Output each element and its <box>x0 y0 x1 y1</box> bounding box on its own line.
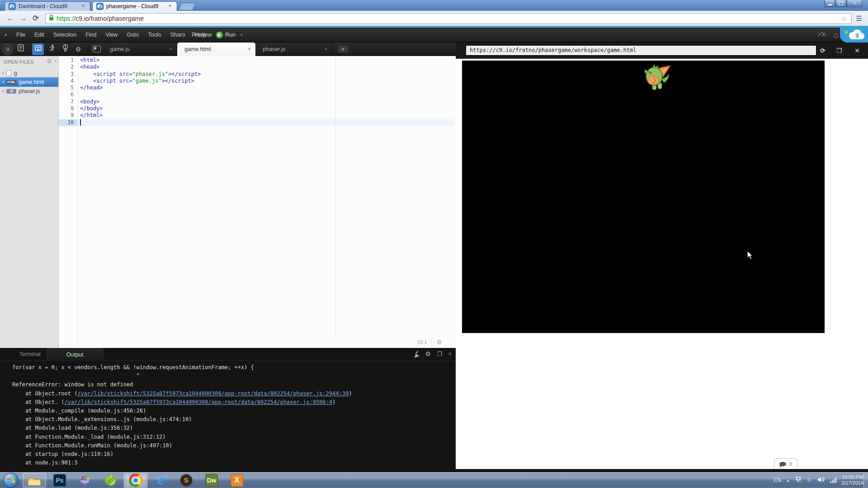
network-icon[interactable] <box>830 478 837 483</box>
navigate-icon[interactable] <box>16 44 26 54</box>
editor-tab-game.html[interactable]: game.html <box>177 42 255 56</box>
back-button[interactable] <box>5 13 16 24</box>
file-close-icon[interactable] <box>0 71 6 75</box>
cursor-position[interactable]: 10:1 <box>417 339 427 345</box>
editor-tab-bar: game.jsgame.htmlphaser.js <box>103 42 332 56</box>
menu-file[interactable]: File <box>12 32 30 38</box>
comments-tab[interactable]: 0 <box>774 458 797 469</box>
menu-share[interactable]: Share <box>166 32 190 38</box>
gauge-icon[interactable] <box>818 31 827 39</box>
taskbar-limewire[interactable] <box>99 473 122 488</box>
console-settings-gear-icon[interactable] <box>425 350 431 357</box>
windows-taskbar: PseSDwX EN 10:00 PM 3/17/2014 <box>0 472 868 488</box>
clock[interactable]: 10:00 PM 3/17/2014 <box>841 474 863 487</box>
new-tab-button[interactable] <box>179 3 196 10</box>
close-button[interactable] <box>847 0 862 7</box>
open-file-g[interactable]: g <box>0 69 58 77</box>
hidden-icons-arrow[interactable] <box>786 479 790 483</box>
preview-url-field[interactable]: https://c9.io/fratno/phasergame/workspac… <box>466 45 816 56</box>
language-indicator[interactable]: EN <box>774 477 781 483</box>
taskbar-start[interactable] <box>1 473 21 488</box>
run-button[interactable]: Run <box>216 28 242 42</box>
taskbar-internet-explorer[interactable]: e <box>149 473 173 488</box>
console-output[interactable]: for(var x = 0; x < vendors.length && !wi… <box>12 363 352 467</box>
restore-panel-icon[interactable] <box>437 351 442 357</box>
editor-settings-gear-icon[interactable] <box>436 338 442 346</box>
open-files-caret-icon[interactable] <box>55 59 57 63</box>
menu-view[interactable]: View <box>101 32 122 38</box>
taskbar-windows-explorer[interactable] <box>23 473 46 488</box>
maximize-button[interactable] <box>835 0 846 7</box>
tray-time: 10:00 PM <box>842 474 863 480</box>
action-center-flag-icon[interactable] <box>807 477 812 484</box>
code-line: <script src="game.js"></script> <box>80 78 201 84</box>
console-tab-output[interactable]: Output <box>47 348 103 361</box>
bookmark-star-icon[interactable] <box>841 15 847 23</box>
code-line <box>80 119 201 126</box>
minimize-button[interactable] <box>825 0 835 7</box>
address-bar[interactable]: https://c9.io/fratno/phasergame <box>45 13 852 24</box>
forward-button[interactable] <box>17 13 29 24</box>
open-files-header: OPEN FILES <box>0 56 58 68</box>
collapse-menubar-icon[interactable] <box>4 32 8 37</box>
file-close-icon[interactable] <box>0 89 6 94</box>
editor-tab-close-icon[interactable] <box>248 46 251 52</box>
taskbar-xampp[interactable]: X <box>225 473 249 488</box>
menu-selection[interactable]: Selection <box>49 32 81 38</box>
open-files-icon[interactable] <box>33 44 43 54</box>
dreamweaver-icon: Dw <box>205 474 218 487</box>
reload-button[interactable] <box>30 13 42 24</box>
taskbar-photoshop[interactable]: Ps <box>48 473 71 488</box>
panel-menu-icon[interactable] <box>93 46 101 52</box>
preview-reload-icon[interactable] <box>820 46 826 55</box>
open-files-gear-icon[interactable] <box>47 58 52 65</box>
console-tab-terminal[interactable]: Terminal <box>14 348 46 361</box>
taskbar-google-chrome[interactable] <box>124 473 147 488</box>
code-lines[interactable]: <html><head> <script src="phaser.js"></s… <box>80 57 201 126</box>
open-file-phaser.js[interactable]: JSphaser.js <box>0 87 58 95</box>
run-man-icon[interactable] <box>47 44 57 54</box>
clear-console-icon[interactable] <box>413 351 420 357</box>
open-file-game.html[interactable]: HTMLgame.html <box>0 77 58 87</box>
editor-tab-close-icon[interactable] <box>169 46 172 52</box>
menu-find[interactable]: Find <box>81 32 101 38</box>
browser-tab[interactable]: 9Dashboard - Cloud9 <box>5 1 90 11</box>
editor-tab-game.js[interactable]: game.js <box>103 42 177 56</box>
show-desktop-button[interactable] <box>863 473 868 488</box>
editor-tab-phaser.js[interactable]: phaser.js <box>255 42 332 56</box>
chrome-menu-button[interactable] <box>854 14 864 23</box>
game-canvas[interactable] <box>462 61 825 333</box>
menu-goto[interactable]: Goto <box>122 32 143 38</box>
code-line: </html> <box>80 112 201 119</box>
cloud9-logo-icon[interactable]: 9 <box>847 29 865 40</box>
taskbar-sublime-text[interactable]: S <box>175 473 198 488</box>
menu-tools[interactable]: Tools <box>143 32 165 38</box>
taskbar-dreamweaver[interactable]: Dw <box>200 473 223 488</box>
tab-close-icon[interactable] <box>80 3 86 9</box>
file-close-icon[interactable] <box>0 80 6 84</box>
browser-tab[interactable]: 9phasergame - Cloud9 <box>92 1 177 11</box>
new-tab-plus-button[interactable] <box>338 45 349 53</box>
taskbar-app-launcher[interactable] <box>73 473 97 488</box>
preview-close-icon[interactable] <box>854 46 860 55</box>
dropbox-icon[interactable] <box>795 476 802 485</box>
close-panel-icon[interactable] <box>448 351 452 357</box>
preview-menu[interactable]: Preview <box>187 28 216 42</box>
console-tab-bar: TerminalOutput <box>0 348 456 361</box>
run-dropdown-icon[interactable] <box>241 33 243 37</box>
code-editor[interactable]: 12345678910 <html><head> <script src="ph… <box>59 56 456 348</box>
preview-popout-icon[interactable] <box>836 46 842 55</box>
console-line: at Function.Module._load (module.js:312:… <box>12 433 352 441</box>
code-line <box>80 91 201 98</box>
maximize-icon <box>839 1 843 5</box>
volume-icon[interactable] <box>817 476 825 484</box>
preferences-gear-icon[interactable] <box>73 44 83 54</box>
preview-content[interactable]: 0 <box>456 59 868 469</box>
stack-trace-link[interactable]: /var/lib/stickshift/5325a87f5973ca104400… <box>65 399 332 405</box>
menu-edit[interactable]: Edit <box>30 32 49 38</box>
balloon-icon[interactable] <box>60 44 70 54</box>
home-icon[interactable] <box>833 30 838 39</box>
tab-close-icon[interactable] <box>167 3 173 9</box>
editor-tab-close-icon[interactable] <box>324 46 327 52</box>
stack-trace-link[interactable]: /var/lib/stickshift/5325a87f5973ca104400… <box>78 390 349 397</box>
